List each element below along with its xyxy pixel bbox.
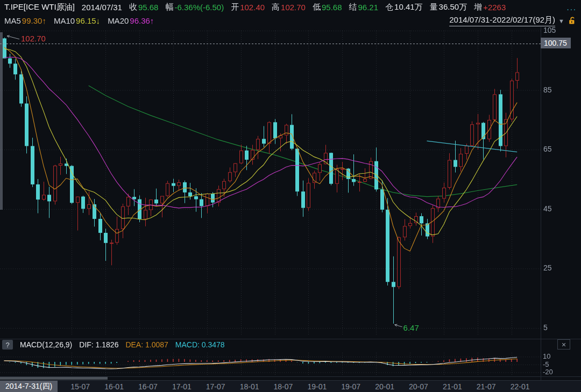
field-label: 幅	[165, 2, 173, 12]
selected-date-label: 2014-7-31(四)	[0, 381, 58, 392]
ma-values: MA599.30↑MA1096.15↓MA2096.36↑	[4, 16, 154, 25]
field-value: 95.68	[138, 3, 159, 12]
macd-tick-label: -5	[543, 361, 549, 368]
time-tick-label: 18-07	[274, 382, 293, 391]
ma-header: MA599.30↑MA1096.15↓MA2096.36↑ 2014/07/31…	[0, 15, 581, 27]
chevron-down-icon[interactable]: ▼	[558, 18, 564, 24]
help-icon[interactable]: ?	[2, 340, 13, 350]
ma-label: MA5	[4, 16, 21, 25]
field-label: 结	[349, 2, 357, 12]
quote-field: 高102.70	[272, 2, 306, 12]
time-tick-label: 19-07	[341, 382, 360, 391]
quote-field: 量36.50万	[430, 2, 467, 12]
field-label: 增	[474, 2, 482, 12]
time-tick-label: 16-07	[138, 382, 158, 391]
field-label: 仓	[385, 2, 393, 12]
field-value: 36.50万	[439, 2, 467, 12]
quote-field: 低95.68	[313, 2, 342, 12]
time-tick-label: 20-07	[409, 382, 428, 391]
macd-tick-label: -20	[543, 368, 553, 376]
field-value: -6.36%(-6.50)	[174, 3, 224, 12]
ma-value: 96.36↑	[130, 16, 154, 25]
field-label: 高	[272, 2, 280, 12]
quote-field: 仓10.41万	[385, 2, 423, 12]
time-tick-label: 21-01	[443, 382, 462, 391]
macd-header: ? MACD(12,26,9) DIF: 1.1826 DEA: 1.0087 …	[2, 339, 225, 350]
ma-item: MA599.30↑	[4, 16, 46, 25]
macd-value: MACD: 0.3478	[175, 340, 225, 349]
field-label: 收	[129, 2, 137, 12]
range-selector[interactable]: 2014/07/31-2022/02/17(92月)	[449, 15, 555, 26]
ma-item: MA1096.15↓	[54, 16, 100, 25]
price-tick-label: 105	[543, 26, 556, 34]
time-tick-label: 18-01	[240, 382, 259, 391]
field-label: 低	[313, 2, 321, 12]
field-value: 102.70	[281, 3, 306, 12]
field-value: 10.41万	[394, 2, 423, 12]
price-tick-label: 85	[543, 85, 552, 94]
high-annotation: 102.70	[21, 34, 46, 43]
field-label: 开	[231, 2, 239, 12]
quote-field: 收95.68	[129, 2, 159, 12]
quote-field: 开102.40	[231, 2, 265, 12]
low-annotation: 6.47	[403, 323, 419, 332]
price-tick-label: 5	[543, 323, 548, 332]
field-value: +2263	[483, 3, 506, 12]
time-tick-label: 19-01	[307, 382, 327, 391]
quote-header: T.IPE[ICE WTI原油] 2014/07/31 收95.68幅-6.36…	[0, 0, 581, 15]
macd-tick-label: 10	[543, 353, 550, 360]
ma-item: MA2096.36↑	[108, 16, 154, 25]
dea-value: DEA: 1.0087	[125, 340, 168, 349]
ma-label: MA10	[54, 16, 75, 25]
time-tick-label: 21-07	[477, 382, 496, 391]
axis-divider	[541, 27, 541, 380]
quote-field: 结96.21	[349, 2, 379, 12]
quote-field: 增+2263	[474, 2, 506, 12]
unlock-icon[interactable]	[568, 16, 577, 25]
chart-canvas[interactable]	[0, 0, 581, 392]
time-axis-bar: 2014-7-31(四) 15-0716-0116-0717-0117-0718…	[0, 380, 581, 392]
time-tick-label: 17-07	[206, 382, 225, 391]
price-tick-label: 25	[543, 263, 552, 272]
quote-date: 2014/07/31	[82, 3, 122, 12]
field-label: 量	[430, 2, 438, 12]
ma-value: 99.30↑	[22, 16, 46, 25]
time-tick-label: 15-07	[70, 382, 90, 391]
field-value: 96.21	[358, 3, 379, 12]
app-title: T.IPE[ICE WTI原油]	[4, 2, 75, 12]
time-tick-label: 16-01	[104, 382, 124, 391]
price-tick-label: 65	[543, 145, 552, 153]
field-value: 102.40	[240, 3, 265, 12]
dif-value: DIF: 1.1826	[79, 340, 118, 349]
time-tick-label: 22-01	[511, 382, 530, 391]
price-tick-label: 45	[543, 204, 552, 213]
macd-title: MACD(12,26,9)	[20, 340, 72, 349]
close-icon[interactable]: ×	[557, 339, 570, 350]
ma-value: 96.15↓	[76, 16, 100, 25]
quote-fields: 收95.68幅-6.36%(-6.50)开102.40高102.70低95.68…	[129, 2, 506, 12]
time-tick-label: 17-01	[172, 382, 192, 391]
time-tick-label: 20-01	[375, 382, 394, 391]
ma-label: MA20	[108, 16, 129, 25]
field-value: 95.68	[322, 3, 342, 12]
more-button[interactable]: ...	[566, 3, 577, 12]
quote-field: 幅-6.36%(-6.50)	[165, 2, 224, 12]
last-price-label: 100.75	[541, 38, 571, 48]
scrollbar-thumb[interactable]	[0, 377, 108, 380]
